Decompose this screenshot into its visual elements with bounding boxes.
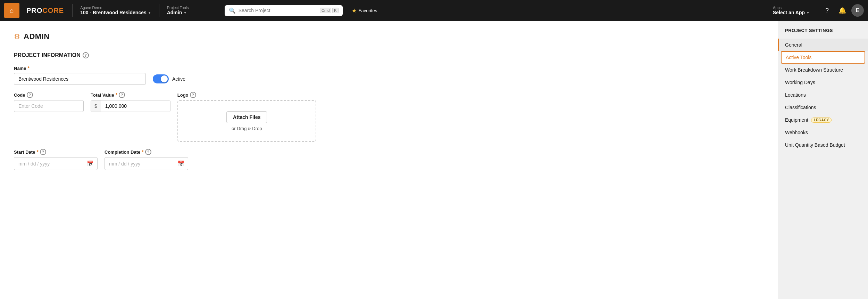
drag-drop-text: or Drag & Drop — [232, 126, 262, 131]
total-value-field-group: Total Value * ? $ — [91, 92, 170, 112]
favorites-label: Favorites — [359, 8, 377, 13]
page-header: ⚙ ADMIN — [14, 32, 764, 41]
sidebar-item-label-unit-quantity: Unit Quantity Based Budget — [785, 142, 845, 148]
logo-upload-area[interactable]: Attach Files or Drag & Drop — [177, 100, 316, 142]
name-input[interactable] — [14, 73, 146, 85]
active-toggle[interactable] — [153, 74, 169, 83]
tool-section-label: Project Tools — [167, 6, 216, 10]
bell-icon: 🔔 — [838, 7, 846, 14]
total-value-label: Total Value * ? — [91, 92, 170, 98]
sidebar-section-title: PROJECT SETTINGS — [778, 28, 868, 39]
code-label: Code ? — [14, 92, 84, 98]
sidebar-item-label-general: General — [785, 42, 802, 48]
company-dropdown[interactable]: Agave Demo 100 - Brentwood Residences ▼ — [77, 4, 155, 17]
apps-label: Apps — [773, 6, 815, 10]
start-date-input-wrapper: 📅 — [14, 157, 98, 170]
required-indicator: * — [27, 65, 29, 71]
completion-date-help-icon[interactable]: ? — [145, 149, 151, 155]
company-label: Agave Demo — [80, 6, 151, 10]
sidebar-item-label-work-breakdown: Work Breakdown Structure — [785, 67, 843, 73]
help-icon: ? — [825, 7, 829, 14]
calendar-icon-completion[interactable]: 📅 — [174, 157, 188, 170]
start-date-help-icon[interactable]: ? — [40, 149, 46, 155]
sidebar-item-locations[interactable]: Locations — [778, 89, 868, 101]
apps-select: Select an App ▼ — [773, 10, 815, 15]
sidebar-item-working-days[interactable]: Working Days — [778, 76, 868, 89]
search-input[interactable] — [239, 8, 317, 13]
favorites-button[interactable]: ★ Favorites — [348, 5, 381, 16]
tool-dropdown[interactable]: Project Tools Admin ▼ — [164, 4, 219, 17]
page-title: ADMIN — [24, 32, 50, 41]
active-label: Active — [172, 76, 185, 82]
total-value-help-icon[interactable]: ? — [119, 92, 125, 98]
main-layout: ⚙ ADMIN PROJECT INFORMATION ? Name * — [0, 21, 868, 299]
total-value-input[interactable] — [101, 100, 170, 112]
required-indicator-4: * — [142, 149, 143, 155]
sidebar-item-webhooks[interactable]: Webhooks — [778, 126, 868, 139]
sidebar-item-unit-quantity[interactable]: Unit Quantity Based Budget — [778, 139, 868, 151]
sidebar-item-label-locations: Locations — [785, 92, 806, 98]
required-indicator-2: * — [116, 92, 117, 98]
apps-dropdown[interactable]: Apps Select an App ▼ — [769, 4, 818, 17]
logo-label: Logo ? — [177, 92, 316, 98]
name-field-group: Name * — [14, 65, 146, 85]
sidebar-item-equipment[interactable]: Equipment LEGACY — [778, 114, 868, 126]
star-icon: ★ — [352, 7, 357, 14]
dates-row: Start Date * ? 📅 Completion Date * ? — [14, 149, 764, 170]
cmd-key: Cmd — [320, 8, 331, 13]
start-date-field-group: Start Date * ? 📅 — [14, 149, 98, 170]
sidebar-item-label-equipment: Equipment — [785, 117, 808, 123]
home-button[interactable]: ⌂ — [4, 3, 19, 18]
section-title: PROJECT INFORMATION ? — [14, 52, 764, 58]
completion-date-label: Completion Date * ? — [105, 149, 188, 155]
sidebar-item-active-tools[interactable]: Active Tools — [781, 51, 865, 64]
code-help-icon[interactable]: ? — [27, 92, 33, 98]
sidebar-item-label-active-tools: Active Tools — [786, 55, 811, 60]
search-bar: 🔍 Cmd K — [225, 5, 343, 16]
k-key: K — [332, 8, 338, 13]
nav-divider-2 — [159, 4, 159, 17]
completion-date-input-wrapper: 📅 — [105, 157, 188, 170]
sidebar-item-label-classifications: Classifications — [785, 105, 816, 110]
top-navigation: ⌂ PROCORE Agave Demo 100 - Brentwood Res… — [0, 0, 868, 21]
project-form: Name * Active — [14, 65, 764, 170]
gear-icon: ⚙ — [14, 32, 20, 41]
search-icon: 🔍 — [229, 7, 236, 14]
notifications-button[interactable]: 🔔 — [836, 4, 849, 17]
name-label: Name * — [14, 65, 146, 71]
currency-prefix: $ — [91, 100, 101, 112]
logo-area: PROCORE — [22, 7, 68, 15]
tool-name: Admin ▼ — [167, 10, 216, 15]
total-value-input-wrapper: $ — [91, 100, 170, 112]
avatar[interactable]: E — [851, 4, 864, 17]
project-name: 100 - Brentwood Residences ▼ — [80, 10, 151, 15]
right-sidebar: PROJECT SETTINGS General Active Tools Wo… — [778, 21, 868, 299]
legacy-badge: LEGACY — [811, 118, 832, 123]
logo: PROCORE — [26, 7, 64, 15]
calendar-icon-start[interactable]: 📅 — [83, 157, 97, 170]
code-value-row: Code ? Total Value * ? $ — [14, 92, 764, 142]
nav-right: Apps Select an App ▼ ? 🔔 E — [769, 4, 864, 17]
sidebar-item-general[interactable]: General — [778, 39, 868, 51]
section-help-icon[interactable]: ? — [83, 52, 89, 58]
sidebar-item-label-working-days: Working Days — [785, 80, 815, 85]
start-date-input[interactable] — [14, 158, 83, 169]
name-row: Name * Active — [14, 65, 764, 85]
code-input[interactable] — [14, 100, 84, 112]
logo-field-group: Logo ? Attach Files or Drag & Drop — [177, 92, 316, 142]
active-toggle-group: Active — [153, 65, 185, 83]
chevron-down-icon-2: ▼ — [183, 11, 187, 15]
required-indicator-3: * — [36, 149, 38, 155]
sidebar-item-classifications[interactable]: Classifications — [778, 101, 868, 114]
start-date-label: Start Date * ? — [14, 149, 98, 155]
completion-date-input[interactable] — [105, 158, 174, 169]
chevron-down-icon-3: ▼ — [806, 11, 810, 15]
sidebar-item-work-breakdown[interactable]: Work Breakdown Structure — [778, 64, 868, 76]
search-shortcut: Cmd K — [320, 8, 339, 13]
logo-help-icon[interactable]: ? — [190, 92, 196, 98]
help-button[interactable]: ? — [821, 4, 833, 17]
nav-divider-1 — [72, 4, 73, 17]
code-field-group: Code ? — [14, 92, 84, 112]
sidebar-item-label-webhooks: Webhooks — [785, 130, 808, 135]
attach-files-button[interactable]: Attach Files — [226, 111, 267, 123]
